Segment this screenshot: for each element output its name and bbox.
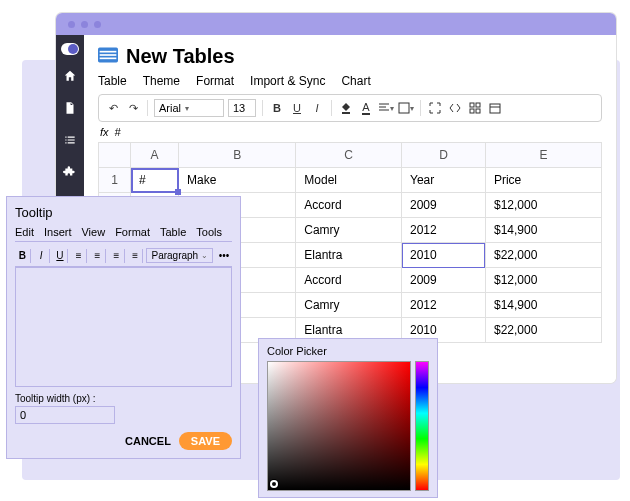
cell[interactable]: # — [131, 168, 179, 193]
cell[interactable]: 2009 — [402, 268, 486, 293]
italic-button[interactable]: I — [309, 100, 325, 116]
bold-button[interactable]: B — [269, 100, 285, 116]
menu-table[interactable]: Table — [98, 74, 127, 88]
list-icon[interactable] — [63, 133, 77, 151]
svg-rect-13 — [470, 109, 474, 113]
border-button[interactable]: ▾ — [398, 100, 414, 116]
menu-theme[interactable]: Theme — [143, 74, 180, 88]
svg-rect-11 — [470, 103, 474, 107]
align-center-icon[interactable]: ≡ — [90, 249, 106, 263]
cell[interactable]: Price — [485, 168, 601, 193]
row-header[interactable]: 1 — [99, 168, 131, 193]
save-button[interactable]: SAVE — [179, 432, 232, 450]
tooltip-menu-view[interactable]: View — [81, 226, 105, 238]
tooltip-menubar: Edit Insert View Format Table Tools — [15, 226, 232, 242]
tooltip-menu-format[interactable]: Format — [115, 226, 150, 238]
text-color-button[interactable]: A — [358, 100, 374, 116]
cell[interactable]: $14,900 — [485, 293, 601, 318]
col-header[interactable]: A — [131, 143, 179, 168]
color-hue-slider[interactable] — [415, 361, 429, 491]
color-cursor[interactable] — [270, 480, 278, 488]
align-button[interactable]: ▾ — [378, 100, 394, 116]
fx-label: fx — [100, 126, 109, 138]
cell[interactable]: $22,000 — [485, 318, 601, 343]
undo-icon[interactable]: ↶ — [105, 100, 121, 116]
underline-button[interactable]: U — [289, 100, 305, 116]
svg-rect-3 — [100, 57, 117, 59]
cell[interactable]: Make — [179, 168, 296, 193]
puzzle-icon[interactable] — [63, 165, 77, 183]
tooltip-toolbar: B I U ≡ ≡ ≡ ≡ Paragraph⌄ ••• — [15, 245, 232, 267]
menubar: Table Theme Format Import & Sync Chart — [98, 74, 602, 88]
bold-button[interactable]: B — [15, 249, 31, 263]
tooltip-title: Tooltip — [15, 205, 232, 220]
paragraph-select[interactable]: Paragraph⌄ — [146, 248, 213, 263]
cell[interactable]: Elantra — [296, 243, 402, 268]
color-picker-panel: Color Picker — [258, 338, 438, 498]
calendar-icon[interactable] — [487, 100, 503, 116]
cell[interactable]: $22,000 — [485, 243, 601, 268]
svg-rect-12 — [476, 103, 480, 107]
col-header[interactable]: D — [402, 143, 486, 168]
fill-color-button[interactable] — [338, 100, 354, 116]
cell[interactable]: Year — [402, 168, 486, 193]
cell[interactable]: 2012 — [402, 293, 486, 318]
color-saturation-value[interactable] — [267, 361, 411, 491]
file-icon[interactable] — [63, 101, 77, 119]
svg-rect-6 — [342, 112, 350, 114]
tooltip-menu-edit[interactable]: Edit — [15, 226, 34, 238]
col-header[interactable]: C — [296, 143, 402, 168]
cell[interactable]: 2009 — [402, 193, 486, 218]
italic-button[interactable]: I — [34, 249, 50, 263]
align-right-icon[interactable]: ≡ — [109, 249, 125, 263]
font-size-select[interactable]: 13 — [228, 99, 256, 117]
cell[interactable]: Accord — [296, 193, 402, 218]
align-left-icon[interactable]: ≡ — [71, 249, 87, 263]
page-title: New Tables — [126, 45, 235, 68]
code-icon[interactable] — [447, 100, 463, 116]
tooltip-menu-table[interactable]: Table — [160, 226, 186, 238]
underline-button[interactable]: U — [53, 249, 69, 263]
cell[interactable]: 2010 — [402, 243, 486, 268]
redo-icon[interactable]: ↷ — [125, 100, 141, 116]
sidebar-toggle[interactable] — [61, 43, 79, 55]
cell[interactable]: $14,900 — [485, 218, 601, 243]
table-icon — [98, 47, 118, 67]
menu-format[interactable]: Format — [196, 74, 234, 88]
cell[interactable]: Camry — [296, 218, 402, 243]
align-justify-icon[interactable]: ≡ — [128, 249, 144, 263]
format-toolbar: ↶ ↷ Arial▾ 13 B U I A ▾ ▾ — [98, 94, 602, 122]
cell[interactable]: 2012 — [402, 218, 486, 243]
col-header[interactable]: E — [485, 143, 601, 168]
cell[interactable]: $12,000 — [485, 268, 601, 293]
tooltip-panel: Tooltip Edit Insert View Format Table To… — [6, 196, 241, 459]
col-header[interactable]: B — [179, 143, 296, 168]
svg-rect-2 — [100, 54, 117, 56]
font-select[interactable]: Arial▾ — [154, 99, 224, 117]
cancel-button[interactable]: CANCEL — [125, 435, 171, 447]
expand-icon[interactable] — [427, 100, 443, 116]
titlebar — [56, 13, 616, 35]
svg-rect-10 — [399, 103, 409, 113]
formula-bar: fx # — [98, 126, 602, 138]
tooltip-menu-tools[interactable]: Tools — [196, 226, 222, 238]
color-picker-title: Color Picker — [267, 345, 429, 357]
menu-import-sync[interactable]: Import & Sync — [250, 74, 325, 88]
cell[interactable]: $12,000 — [485, 193, 601, 218]
grid-icon[interactable] — [467, 100, 483, 116]
fx-value[interactable]: # — [115, 126, 121, 138]
tooltip-editor[interactable] — [15, 267, 232, 387]
tooltip-menu-insert[interactable]: Insert — [44, 226, 72, 238]
menu-chart[interactable]: Chart — [341, 74, 370, 88]
cell[interactable]: Model — [296, 168, 402, 193]
more-icon[interactable]: ••• — [216, 249, 232, 263]
svg-rect-15 — [490, 104, 500, 113]
cell[interactable]: Camry — [296, 293, 402, 318]
home-icon[interactable] — [63, 69, 77, 87]
tooltip-width-label: Tooltip width (px) : — [15, 393, 232, 404]
svg-rect-1 — [100, 50, 117, 52]
svg-rect-14 — [476, 109, 480, 113]
tooltip-width-input[interactable] — [15, 406, 115, 424]
cell[interactable]: Accord — [296, 268, 402, 293]
